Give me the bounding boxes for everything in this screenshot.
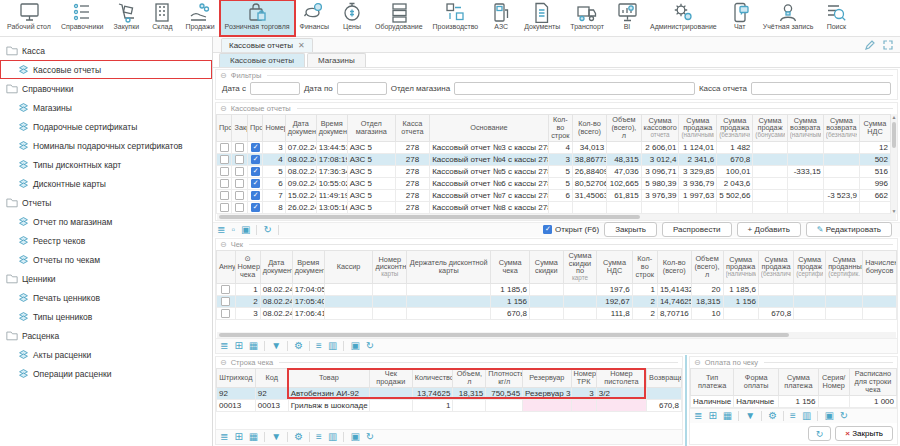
rows-icon[interactable]: ≡ <box>316 341 322 351</box>
column-header[interactable]: Штрихкод <box>217 369 256 388</box>
column-header[interactable]: Кол-во (всего) <box>572 115 606 142</box>
row-checkbox[interactable] <box>220 191 229 200</box>
cash-register-input[interactable] <box>751 82 891 95</box>
sidebar-folder[interactable]: Справочники <box>0 79 212 98</box>
row-checkbox[interactable] <box>220 155 229 164</box>
column-header[interactable]: Количество <box>412 369 453 388</box>
column-header[interactable]: Отдел магазина <box>347 115 395 142</box>
unpost-button[interactable]: Распровести <box>662 222 732 237</box>
close-report-button[interactable]: Закрыть <box>604 222 657 237</box>
collapse-icon[interactable]: ⊖ <box>220 104 227 113</box>
table-row[interactable]: 0001300013Грильяж в шоколаде 2001670,8 <box>217 399 682 411</box>
column-header[interactable]: Кол-во строк <box>548 115 572 142</box>
export-icon[interactable]: ▣ <box>350 432 359 442</box>
sidebar-item[interactable]: Акты расценки <box>0 345 212 364</box>
sidebar-folder[interactable]: Ценники <box>0 269 212 288</box>
row-checkbox[interactable] <box>221 285 230 294</box>
collapse-icon[interactable]: ⊖ <box>220 240 227 249</box>
app-toolbar-item[interactable]: Справочники <box>56 0 108 36</box>
add-button[interactable]: + Добавить <box>737 222 801 237</box>
column-header[interactable]: Закр <box>232 115 247 142</box>
column-header[interactable]: Сумма продажа(безналичн. <box>717 115 753 142</box>
row-checkbox[interactable] <box>235 155 244 164</box>
row-checkbox[interactable] <box>251 143 260 152</box>
column-header[interactable]: Объем, л <box>453 369 486 388</box>
app-toolbar-item[interactable]: Продажи <box>180 0 219 36</box>
app-toolbar-item[interactable]: Чат <box>722 0 758 36</box>
filter-icon[interactable]: ▼ <box>271 432 281 442</box>
column-header[interactable]: Дата докумен <box>285 115 316 142</box>
sidebar-folder[interactable]: Расценка <box>0 326 212 345</box>
column-header[interactable]: Сумма продаж(сертифик. <box>794 250 826 283</box>
collapse-icon[interactable]: ⊖ <box>220 358 227 367</box>
row-checkbox[interactable] <box>220 167 229 176</box>
list-settings-icon[interactable]: ▫ <box>231 225 235 235</box>
row-checkbox[interactable] <box>235 167 244 176</box>
collapse-icon[interactable]: ⊖ <box>694 358 701 367</box>
table-view-icon[interactable]: ⊞ <box>234 341 242 351</box>
app-toolbar-item[interactable]: Транспорт <box>565 0 609 36</box>
sidebar-item[interactable]: Номиналы подарочных сертификатов <box>0 136 212 155</box>
app-toolbar-item[interactable]: Поиск <box>818 0 854 36</box>
column-header[interactable]: Сумма кассовогоотчета <box>641 115 679 142</box>
expand-icon[interactable] <box>882 39 894 51</box>
sidebar-item[interactable]: Типы ценников <box>0 307 212 326</box>
table-row[interactable]: 308.02.2417:06:41670,8111,828,7071610670… <box>217 308 897 320</box>
column-header[interactable]: Номер дисконтнкарты <box>373 250 407 283</box>
column-header[interactable]: ⊙ Номер чека <box>235 250 260 283</box>
app-toolbar-item[interactable]: Розничная торговля <box>220 0 295 36</box>
calendar-view-icon[interactable]: ▦ <box>249 432 258 442</box>
store-dept-input[interactable] <box>454 82 695 95</box>
column-header[interactable]: Объем (всего), л <box>691 250 723 283</box>
row-checkbox[interactable] <box>251 155 260 164</box>
list-view-icon[interactable]: ≣ <box>220 341 228 351</box>
table-row[interactable]: 9292Автобензин АИ-9213,7462518,315750,54… <box>217 387 682 399</box>
app-toolbar-item[interactable]: Рабочий стол <box>2 0 56 36</box>
sidebar-folder[interactable]: Касса <box>0 41 212 60</box>
filter-icon[interactable]: ▼ <box>745 411 755 421</box>
table-row[interactable]: 307.02.2413:44:51АЗС 5278Кассовый отчет … <box>217 141 891 153</box>
column-header[interactable]: Касса отчета <box>395 115 429 142</box>
column-header[interactable]: Анну <box>217 250 236 283</box>
list-view-icon[interactable]: ≣ <box>694 411 702 421</box>
app-toolbar-item[interactable]: Администрирование <box>645 0 722 36</box>
column-header[interactable]: Начислено бонусов <box>863 250 897 283</box>
column-header[interactable]: Основание <box>430 115 549 142</box>
table-row[interactable]: 826.02.2413:05:16АЗС 5278Кассовый отчет … <box>217 201 891 213</box>
gear-icon[interactable]: ⚙ <box>768 411 777 421</box>
table-view-icon[interactable]: ⊞ <box>708 411 716 421</box>
list-view-icon[interactable]: ≣ <box>217 225 225 235</box>
rows-icon[interactable]: ≡ <box>790 411 796 421</box>
sidebar-folder[interactable]: Отчеты <box>0 193 212 212</box>
horizontal-scrollbar[interactable] <box>217 214 896 220</box>
app-toolbar-item[interactable]: АЗС <box>483 0 519 36</box>
row-checkbox[interactable] <box>235 203 244 212</box>
column-header[interactable]: Сумма продаж(бонусами <box>753 115 787 142</box>
column-header[interactable]: Дата документа <box>260 250 292 283</box>
column-header[interactable]: Сумма скидки <box>530 250 564 283</box>
column-header[interactable]: Код <box>255 369 288 388</box>
calendar-view-icon[interactable]: ▦ <box>723 411 732 421</box>
column-header[interactable]: Сумма продажа(наличными <box>723 250 758 283</box>
close-window-button[interactable]: × Закрыть <box>835 426 893 441</box>
export-icon[interactable]: ▣ <box>350 341 359 351</box>
date-from-input[interactable] <box>250 82 300 95</box>
column-header[interactable]: Сумма НДС <box>597 250 632 283</box>
column-header[interactable]: Сумма платежа <box>779 369 818 396</box>
tab-cash-reports[interactable]: Кассовые отчеты ✕ <box>221 38 313 52</box>
sidebar-item[interactable]: Отчеты по чекам <box>0 250 212 269</box>
row-checkbox[interactable] <box>251 203 260 212</box>
column-header[interactable]: Кассир <box>324 250 373 283</box>
table-row[interactable]: 609.02.2410:55:02АЗС 5278Кассовый отчет … <box>217 177 891 189</box>
column-header[interactable]: Серия/ Номер <box>818 369 849 396</box>
refresh-button[interactable]: ↻ <box>808 426 832 441</box>
columns-icon[interactable]: ▥ <box>802 411 811 421</box>
column-header[interactable]: Резервуар <box>523 369 571 388</box>
column-header[interactable]: Пров <box>247 115 262 142</box>
edit-button[interactable]: ✎ Редактировать <box>806 222 892 237</box>
sidebar-item[interactable]: Магазины <box>0 98 212 117</box>
column-header[interactable]: Сумма проданных(сертифик. <box>826 250 863 283</box>
horizontal-scrollbar[interactable] <box>217 332 896 338</box>
sidebar-item[interactable]: Отчет по магазинам <box>0 212 212 231</box>
sidebar-item[interactable]: Дисконтные карты <box>0 174 212 193</box>
